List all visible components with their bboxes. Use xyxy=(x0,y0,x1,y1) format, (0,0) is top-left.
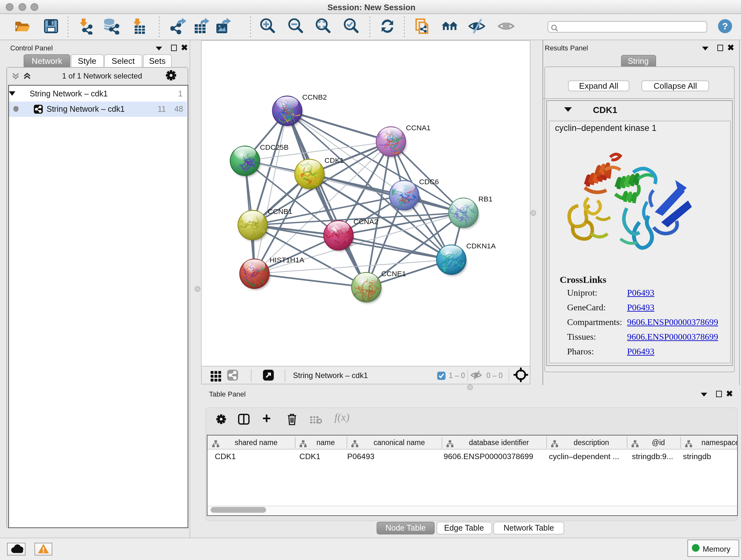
svg-text:CCNB2: CCNB2 xyxy=(302,93,327,101)
svg-text:CDK1: CDK1 xyxy=(325,156,344,165)
svg-text:CCNB1: CCNB1 xyxy=(268,207,292,215)
svg-text:CDC6: CDC6 xyxy=(419,178,439,186)
svg-text:CCNE1: CCNE1 xyxy=(381,269,406,278)
svg-text:RB1: RB1 xyxy=(478,195,492,203)
svg-text:CDKN1A: CDKN1A xyxy=(466,242,496,250)
svg-text:CCNA1: CCNA1 xyxy=(406,124,430,132)
svg-text:HIST1H1A: HIST1H1A xyxy=(269,256,305,264)
svg-text:CCNA2: CCNA2 xyxy=(354,217,378,226)
svg-text:CDC25B: CDC25B xyxy=(260,143,289,151)
